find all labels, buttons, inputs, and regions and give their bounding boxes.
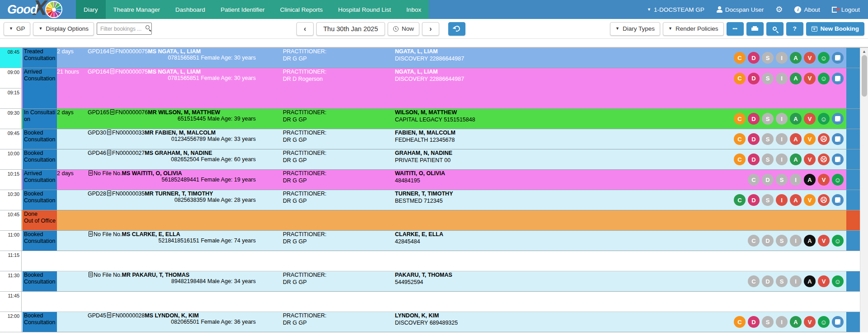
chip-C[interactable]: C — [734, 154, 746, 165]
time-slot[interactable]: 09:00 — [0, 68, 22, 88]
chip-S[interactable]: S — [776, 174, 788, 186]
empty-slot[interactable] — [22, 292, 860, 312]
smiley-chip-icon[interactable]: ☺ — [818, 52, 830, 64]
frown-chip-icon[interactable]: ☹ — [818, 194, 830, 206]
chip-S[interactable]: S — [762, 113, 774, 125]
booking[interactable]: ArrivedConsultation2 daysNo File No.MS W… — [22, 170, 860, 190]
chip-A[interactable]: A — [790, 316, 802, 328]
display-options-dropdown[interactable]: ▼ Display Options — [33, 22, 94, 36]
chip-S[interactable]: S — [762, 133, 774, 145]
booking[interactable]: DoneOut of Office — [22, 210, 860, 231]
note-chip-icon[interactable] — [832, 316, 844, 328]
chip-V[interactable]: V — [818, 275, 830, 287]
chip-S[interactable]: S — [776, 235, 788, 247]
booking[interactable]: BookedConsultationNo File No.MS CLARKE, … — [22, 231, 860, 251]
frown-chip-icon[interactable]: ☹ — [818, 133, 830, 145]
booking[interactable]: BookedConsultationGPD30FN00000033MR FABI… — [22, 129, 860, 149]
chip-D[interactable]: D — [762, 174, 774, 186]
chip-D[interactable]: D — [762, 235, 774, 247]
chip-C[interactable]: C — [748, 275, 760, 287]
chip-C[interactable]: C — [734, 52, 746, 64]
chip-I[interactable]: I — [776, 154, 788, 165]
about-button[interactable]: i About — [794, 6, 820, 13]
chip-D[interactable]: D — [748, 133, 760, 145]
time-slot[interactable]: 10:00 — [0, 149, 22, 170]
logout-button[interactable]: Logout — [832, 6, 860, 13]
chip-I[interactable]: I — [776, 52, 788, 64]
chip-D[interactable]: D — [748, 154, 760, 165]
print-button[interactable] — [746, 22, 764, 36]
chip-A[interactable]: A — [790, 154, 802, 165]
tab-patient-identifier[interactable]: Patient Identifier — [213, 0, 272, 19]
chip-I[interactable]: I — [776, 133, 788, 145]
chip-I[interactable]: I — [790, 174, 802, 186]
prev-day-button[interactable]: ‹ — [296, 22, 314, 36]
chip-I[interactable]: I — [776, 316, 788, 328]
smiley-chip-icon[interactable]: ☺ — [832, 235, 844, 247]
tab-dashboard[interactable]: Dashboard — [168, 0, 213, 19]
chip-I[interactable]: I — [790, 275, 802, 287]
smiley-chip-icon[interactable]: ☺ — [832, 275, 844, 287]
chip-A[interactable]: A — [790, 113, 802, 125]
date-picker[interactable]: Thu 30th Jan 2025 — [316, 22, 385, 36]
next-day-button[interactable]: › — [422, 22, 439, 36]
chip-D[interactable]: D — [748, 73, 760, 84]
note-chip-icon[interactable] — [832, 194, 844, 206]
chip-V[interactable]: V — [804, 73, 816, 84]
chip-C[interactable]: C — [734, 316, 746, 328]
chip-V[interactable]: V — [804, 52, 816, 64]
time-slot[interactable]: 09:15 — [0, 88, 22, 109]
note-chip-icon[interactable] — [832, 154, 844, 165]
smiley-chip-icon[interactable]: ☺ — [818, 316, 830, 328]
chip-A[interactable]: A — [804, 235, 816, 247]
time-slot[interactable]: 10:30 — [0, 190, 22, 210]
help-button[interactable]: ? — [786, 22, 803, 36]
note-chip-icon[interactable] — [832, 113, 844, 125]
booking[interactable]: BookedConsultationNo File No.MR PAKARU, … — [22, 271, 860, 292]
chip-V[interactable]: V — [804, 154, 816, 165]
chip-S[interactable]: S — [762, 73, 774, 84]
tab-inbox[interactable]: Inbox — [399, 0, 429, 19]
chip-A[interactable]: A — [804, 174, 816, 186]
chip-I[interactable]: I — [776, 73, 788, 84]
chip-D[interactable]: D — [748, 194, 760, 206]
more-actions-button[interactable]: ••• — [727, 22, 744, 36]
smiley-chip-icon[interactable]: ☺ — [832, 174, 844, 186]
filter-bookings-input[interactable] — [97, 23, 152, 35]
note-chip-icon[interactable] — [832, 133, 844, 145]
chip-A[interactable]: A — [790, 133, 802, 145]
chip-A[interactable]: A — [790, 52, 802, 64]
chip-D[interactable]: D — [748, 113, 760, 125]
chip-A[interactable]: A — [804, 275, 816, 287]
time-slot[interactable]: 11:15 — [0, 251, 22, 271]
chip-D[interactable]: D — [748, 316, 760, 328]
chip-V[interactable]: V — [804, 133, 816, 145]
chip-V[interactable]: V — [804, 316, 816, 328]
chip-S[interactable]: S — [762, 316, 774, 328]
chip-I[interactable]: I — [776, 113, 788, 125]
note-chip-icon[interactable] — [832, 52, 844, 64]
frown-chip-icon[interactable]: ☹ — [818, 154, 830, 165]
chip-C[interactable]: C — [748, 235, 760, 247]
tab-hospital-round-list[interactable]: Hospital Round List — [330, 0, 399, 19]
chip-A[interactable]: A — [790, 73, 802, 84]
new-booking-button[interactable]: New Booking — [806, 22, 865, 36]
chip-S[interactable]: S — [762, 154, 774, 165]
booking[interactable]: ArrivedConsultation21 hoursGPD164FN00000… — [22, 68, 860, 88]
chip-V[interactable]: V — [818, 235, 830, 247]
booking[interactable]: BookedConsultationGPD46FN00000027MS GRAH… — [22, 149, 860, 170]
search-button[interactable] — [766, 22, 784, 36]
app-logo[interactable]: GoodX — [0, 0, 76, 19]
tab-clinical-reports[interactable]: Clinical Reports — [272, 0, 331, 19]
tab-diary[interactable]: Diary — [76, 0, 106, 19]
chip-S[interactable]: S — [762, 52, 774, 64]
time-slot[interactable]: 10:15 — [0, 170, 22, 190]
chip-S[interactable]: S — [762, 194, 774, 206]
render-policies-dropdown[interactable]: ▼ Render Policies — [663, 22, 723, 36]
chip-C[interactable]: C — [734, 133, 746, 145]
gp-dropdown[interactable]: ▼ GP — [4, 22, 30, 36]
time-slot[interactable]: 10:45 — [0, 210, 22, 231]
chip-A[interactable]: A — [790, 194, 802, 206]
chip-I[interactable]: I — [790, 235, 802, 247]
time-slot[interactable]: 08:45 — [0, 48, 22, 68]
